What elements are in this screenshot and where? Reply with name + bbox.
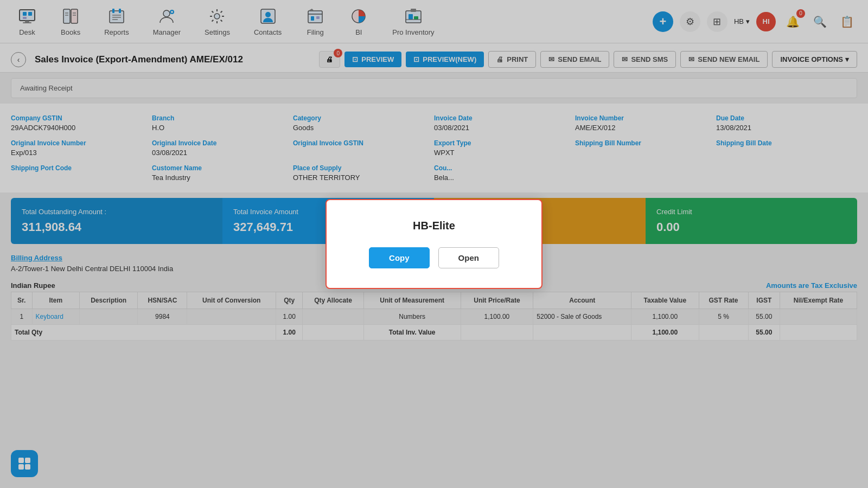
- modal-buttons: Copy Open: [369, 247, 499, 268]
- modal-overlay: HB-Elite Copy Open: [0, 0, 868, 488]
- modal-open-button[interactable]: Open: [438, 247, 499, 268]
- modal-copy-button[interactable]: Copy: [369, 247, 430, 268]
- modal-title: HB-Elite: [413, 220, 455, 232]
- modal-box: HB-Elite Copy Open: [326, 199, 542, 289]
